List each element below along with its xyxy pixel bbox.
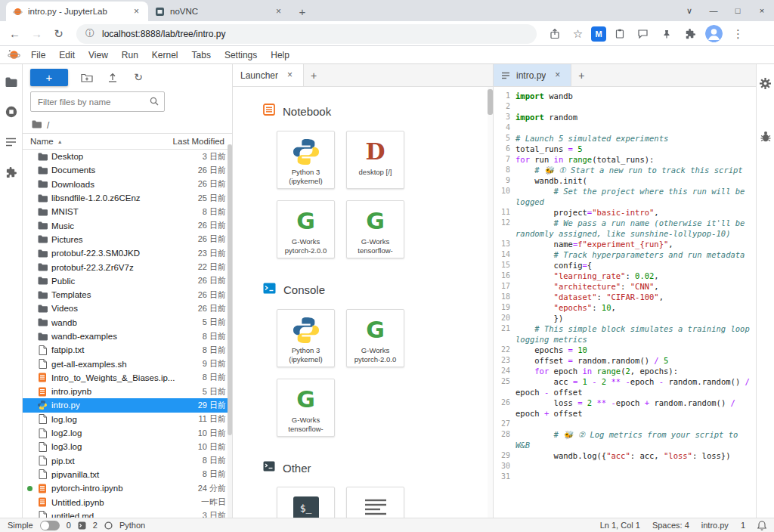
- tab-search-icon[interactable]: ∨: [677, 0, 701, 21]
- file-row[interactable]: log.log11 日前: [23, 413, 232, 426]
- code-text[interactable]: total_runs = 5: [515, 144, 756, 154]
- scrollbar-thumb[interactable]: [228, 144, 232, 435]
- new-launcher-button[interactable]: +: [30, 69, 68, 86]
- launcher-card[interactable]: GG-Works tensorflow-: [277, 379, 335, 437]
- table-of-contents-tab-icon[interactable]: [5, 135, 18, 149]
- extension-pin-icon[interactable]: [656, 23, 676, 44]
- bell-icon[interactable]: [757, 521, 766, 530]
- file-row[interactable]: MNIST8 日前: [23, 205, 232, 218]
- menu-settings[interactable]: Settings: [218, 46, 264, 63]
- file-row[interactable]: Public26 日前: [23, 274, 232, 288]
- file-row[interactable]: fatpip.txt8 日前: [23, 343, 232, 357]
- code-text[interactable]: "dataset": "CIFAR-100",: [515, 292, 756, 302]
- window-maximize-button[interactable]: □: [726, 0, 750, 21]
- file-row[interactable]: libsndfile-1.2.0.z6CEnz25 日前: [23, 191, 232, 205]
- file-row[interactable]: wandb-examples8 日前: [23, 329, 232, 343]
- sort-by-name-header[interactable]: Name ▲: [30, 137, 63, 146]
- url-input[interactable]: [101, 28, 528, 40]
- tab-launcher[interactable]: Launcher ×: [233, 64, 304, 86]
- new-folder-button[interactable]: [80, 71, 94, 83]
- breadcrumb[interactable]: /: [23, 118, 232, 133]
- add-tab-button[interactable]: +: [304, 64, 324, 86]
- menu-tabs[interactable]: Tabs: [185, 46, 218, 63]
- tab-close-icon[interactable]: ×: [552, 70, 563, 81]
- menu-kernel[interactable]: Kernel: [145, 46, 185, 63]
- code-text[interactable]: [515, 101, 756, 112]
- upload-button[interactable]: [106, 71, 119, 83]
- code-text[interactable]: # Track hyperparameters and run metadata: [515, 249, 756, 260]
- code-text[interactable]: }): [515, 313, 756, 323]
- code-text[interactable]: # We pass a run name (otherwise it'll be…: [515, 218, 756, 239]
- file-row[interactable]: Intro_to_Weights_&_Biases.ip...8 日前: [23, 371, 232, 385]
- file-row[interactable]: intro.ipynb5 日前: [23, 385, 232, 398]
- add-tab-button[interactable]: +: [571, 64, 591, 86]
- cursor-position[interactable]: Ln 1, Col 1: [600, 521, 640, 530]
- launcher-card[interactable]: Ddesktop [/]: [346, 131, 404, 189]
- file-row[interactable]: Downloads26 日前: [23, 178, 232, 191]
- window-minimize-button[interactable]: —: [701, 0, 726, 21]
- menu-help[interactable]: Help: [264, 46, 296, 63]
- menu-edit[interactable]: Edit: [52, 46, 82, 63]
- refresh-button[interactable]: ↻: [48, 23, 69, 44]
- code-editor[interactable]: 1import wandb2 3import random4 5# Launch…: [494, 87, 756, 518]
- extension-manager-tab-icon[interactable]: [5, 165, 18, 179]
- launcher-scrollbar[interactable]: [488, 87, 493, 518]
- file-row[interactable]: log3.log10 日前: [23, 440, 232, 453]
- launcher-card[interactable]: Python 3 (ipykernel): [277, 131, 335, 189]
- file-row[interactable]: intro.py29 日前: [23, 398, 232, 412]
- share-icon[interactable]: [544, 23, 565, 44]
- code-text[interactable]: wandb.log({"acc": acc, "loss": loss}): [515, 450, 756, 461]
- file-row[interactable]: pip.txt8 日前: [23, 454, 232, 468]
- menu-run[interactable]: Run: [115, 46, 145, 63]
- debugger-bug-icon[interactable]: [759, 129, 772, 143]
- terminal-sessions-icon[interactable]: [78, 521, 86, 530]
- file-row[interactable]: untitled.md3 日前: [23, 509, 232, 518]
- simple-mode-toggle[interactable]: [40, 521, 60, 530]
- code-text[interactable]: wandb.init(: [515, 175, 756, 186]
- code-text[interactable]: [515, 461, 756, 472]
- breadcrumb-root[interactable]: /: [47, 120, 49, 131]
- code-text[interactable]: loss = 2 ** -epoch + random.random() / e…: [515, 397, 756, 419]
- code-text[interactable]: # This simple block simulates a training…: [515, 323, 756, 345]
- file-row[interactable]: get-all-examples.sh9 日前: [23, 357, 232, 370]
- scrollbar-thumb[interactable]: [488, 89, 493, 115]
- filter-files-input[interactable]: [36, 97, 150, 107]
- back-button[interactable]: ←: [5, 23, 25, 44]
- launcher-card[interactable]: [346, 487, 404, 518]
- file-list-scrollbar[interactable]: [228, 144, 232, 518]
- code-text[interactable]: acc = 1 - 2 ** -epoch - random.random() …: [515, 376, 756, 397]
- extension-m-icon[interactable]: M: [591, 26, 606, 42]
- code-text[interactable]: project="basic-intro",: [515, 207, 756, 218]
- tab-intro-py[interactable]: intro.py ×: [494, 64, 571, 86]
- file-row[interactable]: pytorch-intro.ipynb24 分前: [23, 481, 232, 495]
- launcher-card[interactable]: GG-Works tensorflow-: [346, 200, 404, 258]
- code-text[interactable]: # Set the project where this run will be…: [515, 186, 756, 207]
- code-text[interactable]: "learning_rate": 0.02,: [515, 271, 756, 281]
- file-row[interactable]: Videos26 日前: [23, 302, 232, 315]
- file-row[interactable]: Desktop3 日前: [23, 150, 232, 163]
- code-text[interactable]: for epoch in range(2, epochs):: [515, 366, 756, 376]
- profile-avatar[interactable]: [705, 25, 723, 42]
- code-text[interactable]: config={: [515, 260, 756, 271]
- indent-setting[interactable]: Spaces: 4: [652, 521, 689, 530]
- browser-tab-jupyterlab[interactable]: intro.py - JupyterLab ×: [6, 2, 148, 21]
- code-text[interactable]: import wandb: [515, 91, 756, 101]
- kernel-sessions-icon[interactable]: [104, 521, 113, 530]
- file-row[interactable]: wandb5 日前: [23, 316, 232, 329]
- code-text[interactable]: import random: [515, 112, 756, 122]
- sort-by-modified-header[interactable]: Last Modified: [173, 137, 224, 146]
- launcher-card[interactable]: GG-Works pytorch-2.0.0: [346, 309, 404, 367]
- running-kernels-tab-icon[interactable]: [5, 105, 18, 119]
- code-text[interactable]: offset = random.random() / 5: [515, 355, 756, 366]
- file-row[interactable]: Untitled.ipynb一昨日: [23, 495, 232, 509]
- filter-files-box[interactable]: [30, 91, 165, 112]
- code-text[interactable]: # 🐝 ② Log metrics from your script to W&…: [515, 429, 756, 450]
- tab-close-icon[interactable]: ×: [273, 6, 284, 17]
- menu-view[interactable]: View: [82, 46, 115, 63]
- code-text[interactable]: name=f"experiment_{run}",: [515, 239, 756, 249]
- window-close-button[interactable]: ×: [750, 0, 774, 21]
- code-text[interactable]: # Launch 5 simulated experiments: [515, 133, 756, 144]
- new-tab-button[interactable]: +: [293, 2, 311, 20]
- tab-close-icon[interactable]: ×: [131, 6, 142, 17]
- code-text[interactable]: [515, 472, 756, 482]
